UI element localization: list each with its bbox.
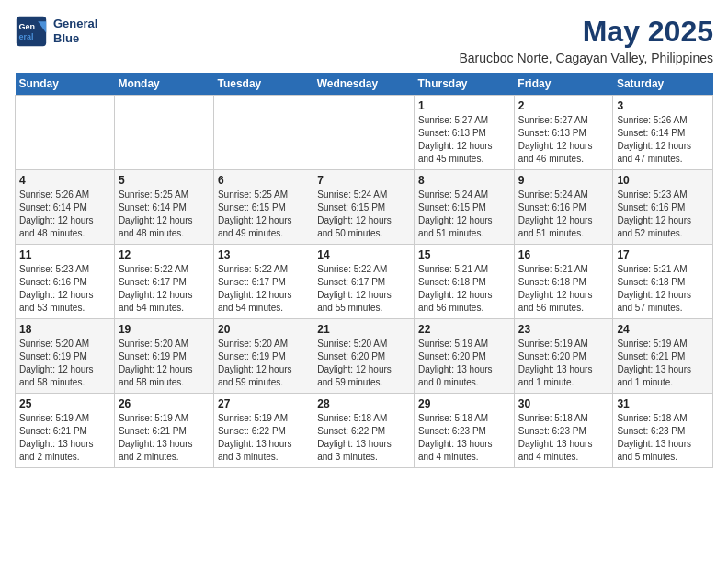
title-block: May 2025 Barucboc Norte, Cagayan Valley,… (459, 15, 713, 65)
day-number: 18 (19, 323, 110, 336)
day-number: 1 (418, 99, 510, 112)
calendar-cell: 5Sunrise: 5:25 AM Sunset: 6:14 PM Daylig… (114, 170, 213, 245)
calendar-cell: 18Sunrise: 5:20 AM Sunset: 6:19 PM Dayli… (16, 319, 115, 394)
day-number: 28 (317, 397, 410, 410)
day-number: 31 (617, 397, 709, 410)
day-number: 10 (617, 174, 709, 187)
calendar-cell: 2Sunrise: 5:27 AM Sunset: 6:13 PM Daylig… (514, 96, 613, 170)
day-info: Sunrise: 5:19 AM Sunset: 6:21 PM Dayligh… (617, 338, 709, 389)
calendar-cell: 31Sunrise: 5:18 AM Sunset: 6:23 PM Dayli… (613, 394, 713, 468)
day-number: 20 (218, 323, 309, 336)
day-number: 6 (218, 174, 309, 187)
calendar-cell: 20Sunrise: 5:20 AM Sunset: 6:19 PM Dayli… (213, 319, 313, 394)
calendar-cell (313, 96, 415, 170)
day-info: Sunrise: 5:25 AM Sunset: 6:14 PM Dayligh… (119, 189, 210, 240)
calendar-cell: 11Sunrise: 5:23 AM Sunset: 6:16 PM Dayli… (16, 245, 115, 319)
day-number: 2 (518, 99, 609, 112)
day-number: 7 (317, 174, 410, 187)
day-info: Sunrise: 5:20 AM Sunset: 6:19 PM Dayligh… (19, 338, 110, 389)
calendar-cell: 16Sunrise: 5:21 AM Sunset: 6:18 PM Dayli… (514, 245, 613, 319)
day-info: Sunrise: 5:25 AM Sunset: 6:15 PM Dayligh… (218, 189, 309, 240)
calendar-cell (114, 96, 213, 170)
day-info: Sunrise: 5:19 AM Sunset: 6:20 PM Dayligh… (418, 338, 510, 389)
day-info: Sunrise: 5:23 AM Sunset: 6:16 PM Dayligh… (19, 263, 110, 315)
logo: Gen eral General Blue (15, 15, 97, 48)
page-header: Gen eral General Blue May 2025 Barucboc … (15, 15, 713, 65)
day-number: 23 (518, 323, 609, 336)
general-blue-logo-icon: Gen eral (15, 15, 48, 48)
day-number: 3 (617, 99, 709, 112)
day-info: Sunrise: 5:23 AM Sunset: 6:16 PM Dayligh… (617, 189, 709, 240)
day-number: 17 (617, 248, 709, 261)
day-number: 26 (119, 397, 210, 410)
day-info: Sunrise: 5:20 AM Sunset: 6:19 PM Dayligh… (218, 338, 309, 389)
day-number: 5 (119, 174, 210, 187)
day-info: Sunrise: 5:18 AM Sunset: 6:23 PM Dayligh… (418, 412, 510, 464)
calendar-cell: 13Sunrise: 5:22 AM Sunset: 6:17 PM Dayli… (213, 245, 313, 319)
column-header-tuesday: Tuesday (213, 73, 313, 96)
column-header-monday: Monday (114, 73, 213, 96)
day-info: Sunrise: 5:21 AM Sunset: 6:18 PM Dayligh… (617, 263, 709, 315)
day-number: 16 (518, 248, 609, 261)
day-number: 13 (218, 248, 309, 261)
calendar-week-row: 11Sunrise: 5:23 AM Sunset: 6:16 PM Dayli… (16, 245, 713, 319)
day-info: Sunrise: 5:19 AM Sunset: 6:21 PM Dayligh… (19, 412, 110, 464)
day-number: 30 (518, 397, 609, 410)
day-number: 15 (418, 248, 510, 261)
calendar-week-row: 4Sunrise: 5:26 AM Sunset: 6:14 PM Daylig… (16, 170, 713, 245)
day-number: 4 (19, 174, 110, 187)
calendar-cell: 21Sunrise: 5:20 AM Sunset: 6:20 PM Dayli… (313, 319, 415, 394)
column-header-wednesday: Wednesday (313, 73, 415, 96)
day-number: 27 (218, 397, 309, 410)
day-number: 25 (19, 397, 110, 410)
day-info: Sunrise: 5:24 AM Sunset: 6:16 PM Dayligh… (518, 189, 609, 240)
calendar-cell: 23Sunrise: 5:19 AM Sunset: 6:20 PM Dayli… (514, 319, 613, 394)
day-number: 21 (317, 323, 410, 336)
calendar-cell: 27Sunrise: 5:19 AM Sunset: 6:22 PM Dayli… (213, 394, 313, 468)
calendar-cell: 24Sunrise: 5:19 AM Sunset: 6:21 PM Dayli… (613, 319, 713, 394)
day-info: Sunrise: 5:24 AM Sunset: 6:15 PM Dayligh… (418, 189, 510, 240)
column-header-saturday: Saturday (613, 73, 713, 96)
column-header-sunday: Sunday (16, 73, 115, 96)
calendar-cell: 26Sunrise: 5:19 AM Sunset: 6:21 PM Dayli… (114, 394, 213, 468)
calendar-cell: 17Sunrise: 5:21 AM Sunset: 6:18 PM Dayli… (613, 245, 713, 319)
day-number: 8 (418, 174, 510, 187)
day-info: Sunrise: 5:22 AM Sunset: 6:17 PM Dayligh… (317, 263, 410, 315)
calendar-cell: 4Sunrise: 5:26 AM Sunset: 6:14 PM Daylig… (16, 170, 115, 245)
calendar-cell (16, 96, 115, 170)
day-info: Sunrise: 5:24 AM Sunset: 6:15 PM Dayligh… (317, 189, 410, 240)
calendar-cell: 6Sunrise: 5:25 AM Sunset: 6:15 PM Daylig… (213, 170, 313, 245)
calendar-week-row: 18Sunrise: 5:20 AM Sunset: 6:19 PM Dayli… (16, 319, 713, 394)
day-info: Sunrise: 5:26 AM Sunset: 6:14 PM Dayligh… (19, 189, 110, 240)
column-header-friday: Friday (514, 73, 613, 96)
month-title: May 2025 (459, 15, 713, 49)
day-info: Sunrise: 5:19 AM Sunset: 6:20 PM Dayligh… (518, 338, 609, 389)
day-number: 14 (317, 248, 410, 261)
calendar-cell: 12Sunrise: 5:22 AM Sunset: 6:17 PM Dayli… (114, 245, 213, 319)
day-info: Sunrise: 5:27 AM Sunset: 6:13 PM Dayligh… (518, 114, 609, 166)
calendar-cell: 19Sunrise: 5:20 AM Sunset: 6:19 PM Dayli… (114, 319, 213, 394)
calendar-cell: 8Sunrise: 5:24 AM Sunset: 6:15 PM Daylig… (415, 170, 515, 245)
calendar-cell: 9Sunrise: 5:24 AM Sunset: 6:16 PM Daylig… (514, 170, 613, 245)
day-info: Sunrise: 5:22 AM Sunset: 6:17 PM Dayligh… (218, 263, 309, 315)
day-info: Sunrise: 5:19 AM Sunset: 6:21 PM Dayligh… (119, 412, 210, 464)
calendar-cell: 28Sunrise: 5:18 AM Sunset: 6:22 PM Dayli… (313, 394, 415, 468)
column-header-thursday: Thursday (415, 73, 515, 96)
calendar-cell: 3Sunrise: 5:26 AM Sunset: 6:14 PM Daylig… (613, 96, 713, 170)
day-number: 11 (19, 248, 110, 261)
day-info: Sunrise: 5:21 AM Sunset: 6:18 PM Dayligh… (518, 263, 609, 315)
day-info: Sunrise: 5:19 AM Sunset: 6:22 PM Dayligh… (218, 412, 309, 464)
calendar-header-row: SundayMondayTuesdayWednesdayThursdayFrid… (16, 73, 713, 96)
day-info: Sunrise: 5:22 AM Sunset: 6:17 PM Dayligh… (119, 263, 210, 315)
calendar-cell: 1Sunrise: 5:27 AM Sunset: 6:13 PM Daylig… (415, 96, 515, 170)
logo-text: General Blue (53, 17, 97, 45)
calendar-week-row: 1Sunrise: 5:27 AM Sunset: 6:13 PM Daylig… (16, 96, 713, 170)
day-info: Sunrise: 5:18 AM Sunset: 6:23 PM Dayligh… (617, 412, 709, 464)
day-number: 22 (418, 323, 510, 336)
location-title: Barucboc Norte, Cagayan Valley, Philippi… (459, 51, 713, 65)
day-info: Sunrise: 5:21 AM Sunset: 6:18 PM Dayligh… (418, 263, 510, 315)
calendar-cell: 15Sunrise: 5:21 AM Sunset: 6:18 PM Dayli… (415, 245, 515, 319)
calendar-cell: 7Sunrise: 5:24 AM Sunset: 6:15 PM Daylig… (313, 170, 415, 245)
calendar-cell: 22Sunrise: 5:19 AM Sunset: 6:20 PM Dayli… (415, 319, 515, 394)
calendar-week-row: 25Sunrise: 5:19 AM Sunset: 6:21 PM Dayli… (16, 394, 713, 468)
